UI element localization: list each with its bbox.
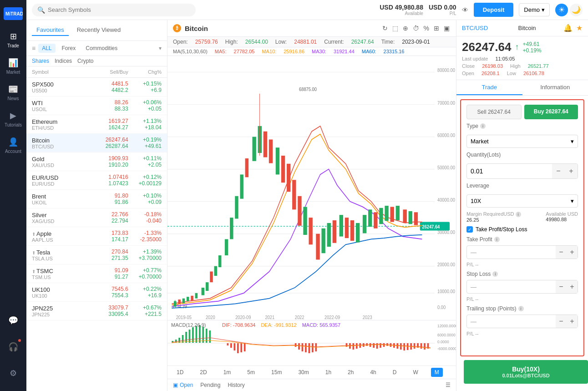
sidebar-item-news[interactable]: 📰 News xyxy=(2,80,25,105)
tp-decrease-button[interactable]: − xyxy=(556,246,567,259)
buy-action-sub: 0.01Lots@BTC/USD xyxy=(469,373,583,378)
list-item[interactable]: Ethereum ETH/USD 1619.27 1624.27 +1.13% … xyxy=(26,115,167,134)
time-15m[interactable]: 15m xyxy=(268,368,285,377)
buy-button[interactable]: Buy 26287.64 xyxy=(524,105,578,119)
trailing-decrease-button[interactable]: − xyxy=(556,315,567,328)
list-item[interactable]: Bitcoin BTC/USD 26247.64 26287.64 +0.19%… xyxy=(26,134,167,152)
filter-all[interactable]: ALL xyxy=(38,44,55,53)
list-item[interactable]: SPX500 US500 4481.5 4482.2 +0.15% +6.9 xyxy=(26,78,167,96)
buy-action-button[interactable]: Buy(10X) 0.01Lots@BTC/USD xyxy=(464,360,588,384)
time-d[interactable]: D xyxy=(389,368,400,377)
sl-decrease-button[interactable]: − xyxy=(556,280,567,293)
sl-increase-button[interactable]: + xyxy=(567,280,578,293)
order-tab-pending[interactable]: Pending xyxy=(200,382,220,388)
list-item[interactable]: JPN225 JPN225 33079.7 33095.4 +0.67% +22… xyxy=(26,302,167,320)
buy-price: 1910.20 xyxy=(84,162,128,168)
symbol-name: UK100 xyxy=(32,286,84,293)
list-item[interactable]: Brent UKOIL 91.80 91.86 +0.10% +0.09 xyxy=(26,190,167,208)
refresh-icon[interactable]: ↻ xyxy=(381,24,389,33)
sell-price: 88.26 xyxy=(84,99,128,106)
time-1m[interactable]: 1m xyxy=(220,368,235,377)
list-item[interactable]: WTI USOIL 88.26 88.33 +0.06% +0.05 xyxy=(26,96,167,115)
symbol-info: Bitcoin BTC/USD xyxy=(32,137,84,149)
pct-icon[interactable]: % xyxy=(423,24,430,33)
tp-increase-button[interactable]: + xyxy=(567,246,578,259)
qty-increase-button[interactable]: + xyxy=(565,164,578,178)
bell-icon[interactable]: 🔔 xyxy=(563,24,573,32)
symbol-info: Brent UKOIL xyxy=(32,193,84,205)
open-icon: ▣ xyxy=(173,382,178,388)
sub-filter-shares[interactable]: Shares xyxy=(32,58,49,64)
qty-decrease-button[interactable]: − xyxy=(552,164,565,178)
news-icon: 📰 xyxy=(8,84,18,94)
sidebar-item-trade[interactable]: ⊞ Trade xyxy=(2,27,25,52)
tab-trade[interactable]: Trade xyxy=(456,80,522,95)
time-2d[interactable]: 2D xyxy=(196,368,210,377)
demo-button[interactable]: Demo ▾ xyxy=(519,3,550,16)
time-4h[interactable]: 4h xyxy=(366,368,380,377)
list-item[interactable]: ⬆Apple AAPL.US 173.83 174.17 -1.33% -2.3… xyxy=(26,227,167,246)
time-30m[interactable]: 30m xyxy=(294,368,312,377)
time-2h[interactable]: 2h xyxy=(344,368,357,377)
right-pair: BTC/USD xyxy=(462,25,488,31)
chg-abs: +0.70000 xyxy=(128,274,162,280)
grid-icon[interactable]: ⊞ xyxy=(433,24,440,33)
day-theme-button[interactable]: ☀ xyxy=(555,4,568,16)
sub-filter-crypto[interactable]: Crypto xyxy=(77,58,93,64)
sidebar-item-account[interactable]: 👤 Account xyxy=(2,133,25,157)
filter-chevron-icon[interactable]: ▾ xyxy=(159,45,162,51)
svg-rect-67 xyxy=(390,207,394,222)
layout-icon[interactable]: ▣ xyxy=(443,24,451,33)
star-icon[interactable]: ★ xyxy=(576,24,583,32)
list-item[interactable]: Silver XAG/USD 22.766 22.794 -0.18% -0.0… xyxy=(26,208,167,227)
filter-forex[interactable]: Forex xyxy=(58,44,80,53)
list-item[interactable]: Gold XAU/USD 1909.93 1910.20 +0.11% +2.0… xyxy=(26,152,167,171)
list-item[interactable]: EUR/USD EUR/USD 1.07416 1.07423 +0.12% +… xyxy=(26,171,167,190)
buy-price: 174.17 xyxy=(84,236,128,243)
time-1h[interactable]: 1h xyxy=(322,368,335,377)
tab-favourites[interactable]: Favourites xyxy=(32,25,69,36)
type-select[interactable]: Market ▾ xyxy=(466,135,578,148)
sidebar-item-chat[interactable]: 💬 xyxy=(2,308,25,333)
time-m[interactable]: M xyxy=(431,368,443,377)
sidebar-item-support[interactable]: 🎧 xyxy=(2,335,25,359)
symbol-code: EUR/USD xyxy=(32,181,84,187)
macd-values: DIF: -708.9634 DEA: -991.9312 MACD: 565.… xyxy=(222,322,340,328)
sell-button[interactable]: Sell 26247.64 xyxy=(466,105,522,119)
sub-filter-indices[interactable]: Indices xyxy=(55,58,72,64)
order-tab-history[interactable]: History xyxy=(228,382,244,388)
list-item[interactable]: UK100 UK100 7545.6 7554.3 +0.22% +16.9 xyxy=(26,283,167,302)
search-input[interactable] xyxy=(48,6,190,13)
time-1d[interactable]: 1D xyxy=(173,368,187,377)
leverage-select[interactable]: 10X ▾ xyxy=(466,194,578,208)
time-5m[interactable]: 5m xyxy=(243,368,259,377)
sidebar-item-settings[interactable]: ⚙ xyxy=(2,361,25,386)
tab-information[interactable]: Information xyxy=(522,80,588,95)
order-menu-icon[interactable]: ☰ xyxy=(446,382,451,388)
deposit-button[interactable]: Deposit xyxy=(474,3,514,17)
sidebar-item-market[interactable]: 📊 Market xyxy=(2,54,25,78)
time-w[interactable]: W xyxy=(409,368,421,377)
list-item[interactable]: ⬆Tesla TSLA.US 270.84 271.35 +1.39% +3.7… xyxy=(26,246,167,264)
filter-bars-icon[interactable]: ≡ xyxy=(32,45,35,52)
buy-price: 91.27 xyxy=(84,274,128,280)
order-tab-open[interactable]: ▣ Open xyxy=(173,382,193,388)
sidebar-item-tutorials[interactable]: ▶ Tutorials xyxy=(2,107,25,131)
clock-icon[interactable]: ⏱ xyxy=(412,24,420,33)
svg-rect-100 xyxy=(237,343,239,353)
eye-icon[interactable]: 👁 xyxy=(462,6,468,14)
symbol-panel: Favourites Recently Viewed ≡ ALL Forex C… xyxy=(26,20,167,391)
tp-sl-checkbox[interactable]: ✓ xyxy=(466,226,473,233)
list-item[interactable]: ⬆TSMC TSM.US 91.09 91.27 +0.77% +0.70000 xyxy=(26,264,167,283)
margin-info-icon: i xyxy=(516,212,521,217)
search-box[interactable]: 🔍 xyxy=(32,4,196,16)
main-price: 26247.64 xyxy=(462,40,511,54)
night-theme-button[interactable]: 🌙 xyxy=(570,4,583,16)
trailing-increase-button[interactable]: + xyxy=(567,315,578,328)
screenshot-icon[interactable]: ⬚ xyxy=(391,24,399,33)
compare-icon[interactable]: ⊕ xyxy=(402,24,409,33)
svg-text:2020-09: 2020-09 xyxy=(235,314,251,320)
filter-commodities[interactable]: Commodities xyxy=(82,44,121,53)
buy-price: 88.33 xyxy=(84,106,128,112)
tab-recently-viewed[interactable]: Recently Viewed xyxy=(72,25,126,36)
